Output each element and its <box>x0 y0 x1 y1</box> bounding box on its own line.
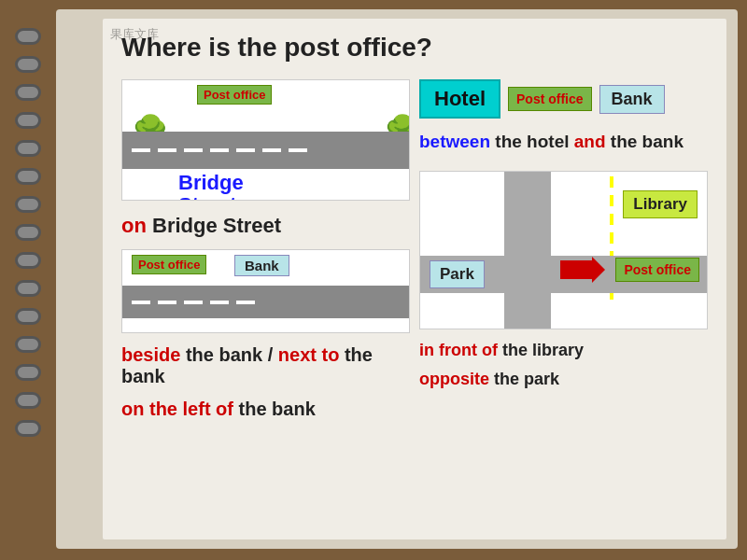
road-dashes-1 <box>122 148 307 152</box>
in-front-word: in front of <box>419 341 498 359</box>
dash <box>236 301 255 304</box>
on-left-caption: on the left of the bank <box>121 399 410 420</box>
post-office-label-1: Post office <box>197 85 272 105</box>
right-column: Hotel Post office Bank between the hotel… <box>419 79 708 420</box>
v-dash <box>610 176 613 188</box>
direction-arrow <box>560 260 594 279</box>
arrow-icon <box>560 260 594 279</box>
opposite-caption: opposite the park <box>419 370 708 389</box>
on-bridge-caption: on Bridge Street <box>121 214 410 238</box>
library-label: Library <box>623 190 698 218</box>
spiral-4 <box>15 112 41 129</box>
and-word: and <box>574 132 606 151</box>
spiral-10 <box>15 280 41 297</box>
postoffice-bank-scene: Post office Bank 🌳 🌳 <box>121 249 410 333</box>
spiral-1 <box>15 28 41 45</box>
v-dash <box>610 232 613 244</box>
main-content: Post office 🌳 🌳 <box>121 79 708 420</box>
opposite-text2: the park <box>489 370 559 388</box>
in-front-caption: in front of the library <box>419 341 708 360</box>
spiral-5 <box>15 140 41 157</box>
beside-word: beside <box>121 344 180 365</box>
intersection-scene: Library Park Post office <box>419 171 708 329</box>
dash <box>289 148 307 152</box>
page-title: Where is the post office? <box>121 33 708 63</box>
spiral-9 <box>15 252 41 269</box>
between-word: between <box>419 132 490 151</box>
on-word: on <box>121 214 147 237</box>
post-office-label-3: Post office <box>508 87 592 111</box>
spiral-13 <box>15 364 41 381</box>
dash <box>158 301 176 304</box>
post-office-label-4: Post office <box>615 258 699 282</box>
post-office-label-2: Post office <box>132 255 206 274</box>
v-dash <box>610 214 613 225</box>
on-left-word: on the left of <box>121 399 233 419</box>
v-dash <box>610 195 613 206</box>
dash <box>132 301 150 304</box>
bridge-street-scene: Post office 🌳 🌳 <box>121 79 410 201</box>
dash <box>210 148 229 152</box>
spiral-7 <box>15 196 41 213</box>
spiral-2 <box>15 56 41 73</box>
street-name: Bridge Street <box>178 172 244 201</box>
in-front-text2: the library <box>498 341 584 359</box>
spiral-8 <box>15 224 41 241</box>
between-text1: the hotel <box>490 132 574 151</box>
between-caption: between the hotel and the bank <box>419 132 708 152</box>
spiral-14 <box>15 392 41 409</box>
dash <box>184 301 203 304</box>
left-column: Post office 🌳 🌳 <box>121 79 410 420</box>
dash <box>210 301 229 304</box>
on-bridge-text: Bridge Street <box>147 214 281 237</box>
between-text2: the bank <box>606 132 684 151</box>
dash <box>184 148 203 152</box>
spiral-11 <box>15 308 41 325</box>
notebook: 果库文库 Where is the post office? Post offi… <box>56 9 738 549</box>
bank-label-1: Bank <box>234 255 289 276</box>
road-horizontal-1 <box>122 132 409 169</box>
spiral-12 <box>15 336 41 353</box>
page: 果库文库 Where is the post office? Post offi… <box>103 19 726 539</box>
spiral-15 <box>15 420 41 437</box>
opposite-word: opposite <box>419 370 489 388</box>
dash <box>132 148 150 152</box>
hotel-row: Hotel Post office Bank <box>419 79 708 119</box>
park-label: Park <box>430 260 485 288</box>
road-horizontal-2 <box>122 286 409 318</box>
spiral-6 <box>15 168 41 185</box>
spiral-binding <box>0 0 56 560</box>
bank-label-2: Bank <box>599 85 665 114</box>
dash <box>262 148 281 152</box>
beside-text: the bank / <box>180 344 277 365</box>
watermark: 果库文库 <box>110 26 159 43</box>
spiral-3 <box>15 84 41 101</box>
road-vertical <box>504 172 551 329</box>
dash <box>158 148 176 152</box>
beside-caption: beside the bank / next to the bank <box>121 344 410 387</box>
hotel-label: Hotel <box>419 79 500 119</box>
dash <box>236 148 255 152</box>
next-to-word: next to <box>278 344 340 365</box>
on-left-text: the bank <box>233 399 316 419</box>
